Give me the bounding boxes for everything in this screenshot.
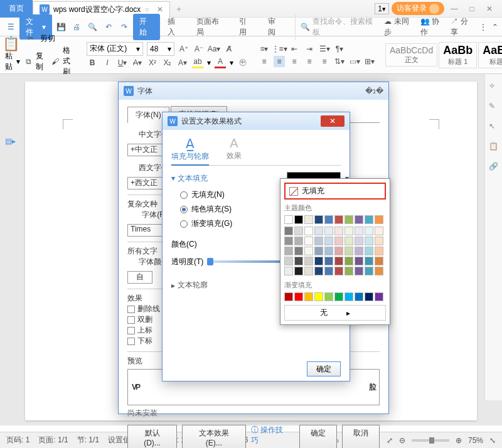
color-swatch[interactable] bbox=[334, 257, 343, 265]
west-font-input[interactable]: +西文正 bbox=[127, 177, 163, 189]
color-swatch[interactable] bbox=[324, 215, 333, 224]
color-swatch[interactable] bbox=[375, 247, 383, 255]
bullets-icon[interactable]: ≡▾ bbox=[259, 43, 270, 55]
color-swatch[interactable] bbox=[294, 292, 303, 301]
tips-link[interactable]: ⓘ 操作技巧 bbox=[251, 425, 289, 448]
link-icon[interactable]: 🔗 bbox=[489, 162, 499, 172]
color-swatch[interactable] bbox=[284, 237, 293, 245]
color-swatch[interactable] bbox=[304, 267, 313, 275]
copy-icon[interactable]: ⧉ bbox=[25, 56, 32, 67]
notification-badge[interactable]: 1▾ bbox=[375, 3, 389, 14]
color-swatch[interactable] bbox=[344, 247, 353, 255]
tab-fill-outline[interactable]: A̲填充与轮廓 bbox=[171, 136, 209, 166]
color-swatch[interactable] bbox=[294, 247, 303, 255]
none-option[interactable]: 无▸ bbox=[284, 305, 386, 321]
color-swatch[interactable] bbox=[355, 257, 363, 265]
font-dialog-title[interactable]: W 字体 �נ� bbox=[119, 82, 388, 100]
clipboard-icon[interactable]: 📋 bbox=[489, 142, 499, 152]
collab-button[interactable]: 👥 协作 bbox=[420, 16, 446, 38]
maximize-icon[interactable]: □ bbox=[464, 3, 479, 15]
zoom-in-icon[interactable]: ⊕ bbox=[456, 436, 462, 445]
status-section[interactable]: 节: 1/1 bbox=[77, 435, 99, 445]
color-swatch[interactable] bbox=[304, 292, 313, 301]
color-swatch[interactable] bbox=[334, 215, 343, 224]
ok-button[interactable]: 确定 bbox=[307, 361, 341, 376]
sync-button[interactable]: ☁ 未同步 bbox=[384, 16, 415, 38]
color-swatch[interactable] bbox=[365, 227, 373, 235]
bold-icon[interactable]: B bbox=[87, 57, 98, 68]
color-swatch[interactable] bbox=[294, 237, 303, 245]
sparkle-icon[interactable]: ✧ bbox=[489, 82, 499, 92]
indent-inc-icon[interactable]: ⇥ bbox=[304, 43, 315, 55]
underline-icon[interactable]: U▾ bbox=[117, 57, 128, 68]
italic-icon[interactable]: I bbox=[102, 57, 113, 68]
color-swatch[interactable] bbox=[324, 247, 333, 255]
color-swatch[interactable] bbox=[344, 237, 353, 245]
color-swatch[interactable] bbox=[284, 257, 293, 265]
color-swatch[interactable] bbox=[365, 292, 373, 301]
superscript-icon[interactable]: X² bbox=[147, 57, 158, 68]
color-swatch[interactable] bbox=[304, 227, 313, 235]
line-spacing-icon[interactable]: ⇅▾ bbox=[334, 56, 345, 67]
align-dist-icon[interactable]: ≡ bbox=[319, 56, 330, 67]
color-swatch[interactable] bbox=[304, 237, 313, 245]
color-swatch[interactable] bbox=[355, 215, 363, 224]
color-swatch[interactable] bbox=[284, 227, 293, 235]
indent-dec-icon[interactable]: ⇤ bbox=[289, 43, 300, 55]
complex-font-input[interactable]: Times bbox=[127, 224, 163, 237]
color-swatch[interactable] bbox=[365, 257, 373, 265]
expand-icon[interactable]: ⤡ bbox=[489, 436, 496, 445]
align-center-icon[interactable]: ≡ bbox=[274, 56, 285, 67]
style-h1[interactable]: AaBb标题 1 bbox=[439, 42, 477, 68]
subscript-icon[interactable]: X₂ bbox=[162, 57, 173, 68]
color-swatch[interactable] bbox=[375, 215, 383, 224]
tab-effects[interactable]: A效果 bbox=[227, 136, 242, 161]
align-justify-icon[interactable]: ≡ bbox=[304, 56, 315, 67]
text-effect-title[interactable]: W 设置文本效果格式 ✕ bbox=[163, 112, 350, 130]
style-normal[interactable]: AaBbCcDd正文 bbox=[385, 43, 437, 67]
command-search[interactable]: 🔍 查找命令、搜索模板 bbox=[295, 14, 383, 40]
color-swatch[interactable] bbox=[284, 247, 293, 255]
color-swatch[interactable] bbox=[375, 227, 383, 235]
clear-format-icon[interactable]: A̸ bbox=[223, 43, 235, 55]
color-swatch[interactable] bbox=[294, 227, 303, 235]
color-swatch[interactable] bbox=[294, 257, 303, 265]
ribbon-tab-layout[interactable]: 页面布局 bbox=[190, 14, 232, 40]
borders-icon[interactable]: ⊞▾ bbox=[364, 56, 375, 67]
highlight-icon[interactable]: ab bbox=[192, 57, 203, 68]
color-swatch[interactable] bbox=[334, 227, 343, 235]
zoom-out-icon[interactable]: ⊖ bbox=[399, 436, 405, 445]
app-menu-icon[interactable]: ☰ bbox=[4, 19, 18, 35]
default-button[interactable]: 默认(D)... bbox=[127, 425, 177, 448]
strike-icon[interactable]: A▾ bbox=[132, 57, 143, 68]
grow-font-icon[interactable]: A⁺ bbox=[178, 43, 190, 55]
color-swatch[interactable] bbox=[294, 215, 303, 224]
share-button[interactable]: ↗ 分享 bbox=[451, 16, 474, 38]
login-button[interactable]: 访客登录 bbox=[392, 2, 444, 15]
color-swatch[interactable] bbox=[334, 267, 343, 275]
ribbon-tab-ref[interactable]: 引用 bbox=[233, 14, 260, 40]
undo-icon[interactable]: ↶ bbox=[101, 19, 115, 35]
color-swatch[interactable] bbox=[304, 247, 313, 255]
color-swatch[interactable] bbox=[314, 267, 323, 275]
color-swatch[interactable] bbox=[314, 292, 323, 301]
ribbon-tab-insert[interactable]: 插入 bbox=[161, 14, 188, 40]
cn-font-input[interactable]: +中文正 bbox=[127, 144, 163, 156]
color-swatch[interactable] bbox=[375, 267, 383, 275]
ok-button[interactable]: 确定 bbox=[299, 425, 337, 448]
ribbon-tab-start[interactable]: 开始 bbox=[133, 14, 160, 40]
font-size-select[interactable]: 48▾ bbox=[147, 42, 174, 56]
style-h2[interactable]: AaBb(标题 2 bbox=[478, 42, 502, 68]
color-swatch[interactable] bbox=[314, 237, 323, 245]
color-swatch[interactable] bbox=[375, 237, 383, 245]
color-swatch[interactable] bbox=[365, 215, 373, 224]
status-page-code[interactable]: 页码: 1 bbox=[6, 435, 29, 445]
font-color-select[interactable]: 自 bbox=[127, 271, 152, 284]
save-icon[interactable]: 💾 bbox=[53, 19, 68, 35]
format-painter-icon[interactable]: 🖌 bbox=[51, 56, 59, 67]
outline-pane-icon[interactable]: ▤▸ bbox=[5, 137, 16, 146]
color-swatch[interactable] bbox=[314, 215, 323, 224]
color-swatch[interactable] bbox=[375, 257, 383, 265]
color-swatch[interactable] bbox=[324, 292, 333, 301]
color-swatch[interactable] bbox=[324, 257, 333, 265]
